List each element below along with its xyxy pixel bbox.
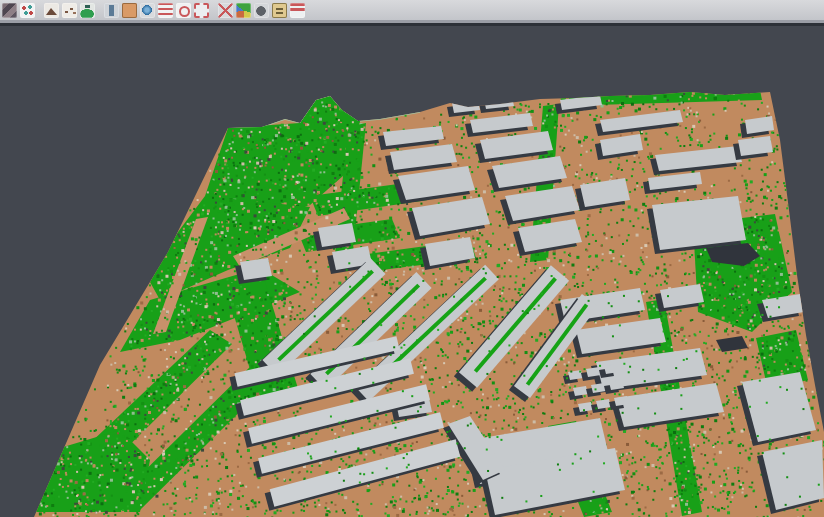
- extent-icon[interactable]: [194, 3, 209, 18]
- viewport-3d[interactable]: [0, 26, 824, 517]
- palette-box-icon[interactable]: [272, 3, 287, 18]
- measure-lines-icon[interactable]: [290, 3, 305, 18]
- classification-map-icon[interactable]: [236, 3, 251, 18]
- vegetation-icon[interactable]: [80, 3, 95, 18]
- target-icon[interactable]: [176, 3, 191, 18]
- application-window: [0, 0, 824, 517]
- list-icon[interactable]: [158, 3, 173, 18]
- grid-icon[interactable]: [218, 3, 233, 18]
- classify-points-icon[interactable]: [20, 3, 35, 18]
- terrain-icon[interactable]: [44, 3, 59, 18]
- binoculars-icon[interactable]: [254, 3, 269, 18]
- ground-class-icon[interactable]: [122, 3, 137, 18]
- profile-icon[interactable]: [104, 3, 119, 18]
- globe-icon[interactable]: [140, 3, 155, 18]
- low-points-icon[interactable]: [62, 3, 77, 18]
- image-tool-icon[interactable]: [2, 3, 17, 18]
- toolbar: [0, 0, 824, 20]
